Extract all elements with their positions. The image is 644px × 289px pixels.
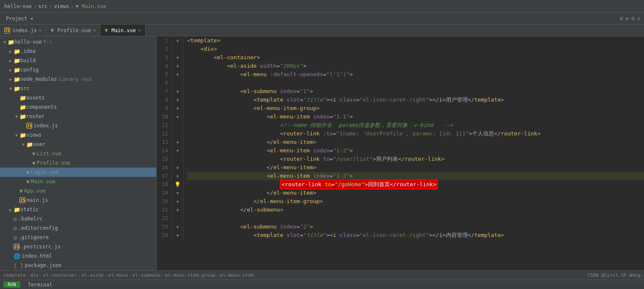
gutter-17: ▼: [172, 172, 183, 180]
tab-index-js-label: index.js: [12, 28, 37, 33]
tree-item-components[interactable]: 📁 components: [0, 102, 156, 112]
tree-item-assets[interactable]: 📁 assets: [0, 93, 156, 102]
gutter-16: ▼: [172, 163, 183, 172]
fold-arrow-23[interactable]: ▼: [176, 225, 179, 229]
config-icon[interactable]: ⚙: [631, 15, 635, 22]
folder-icon-build: 📁: [14, 58, 20, 64]
fold-arrow-8[interactable]: ▼: [176, 98, 179, 102]
tree-item-views[interactable]: ▼ 📁 views: [0, 130, 156, 140]
tab-main-vue-close[interactable]: ✕: [138, 28, 141, 33]
fold-arrow-7[interactable]: ▼: [176, 89, 179, 94]
code-line-11: <!--name-传组件名 params传递参数，需要对象：v-bind -->: [187, 121, 644, 129]
fold-arrow-17[interactable]: ▼: [176, 174, 179, 179]
tree-item-src[interactable]: ▼ 📁 src: [0, 84, 156, 93]
tree-item-node-modules[interactable]: ▶ 📁 node_modules library root: [0, 74, 156, 84]
fold-arrow-9[interactable]: ▼: [176, 106, 179, 111]
code-area[interactable]: <template> <div> <el-container> <el-asid…: [184, 36, 644, 239]
tree-item-build[interactable]: ▶ 📁 build: [0, 56, 156, 65]
tree-label-static: static: [20, 206, 39, 212]
tree-item-main-vue-tree[interactable]: ▼ Main.vue: [0, 177, 156, 186]
tree-arrow-idea: ▶: [8, 49, 14, 54]
code-line-6: [187, 79, 644, 87]
breadcrumb-views[interactable]: views: [54, 3, 69, 9]
ln-15: 15: [158, 155, 168, 163]
tree-item-app-vue[interactable]: ▼ App.vue: [0, 186, 156, 195]
menu-project[interactable]: Project ▾: [3, 15, 36, 22]
tree-item-idea[interactable]: ▶ 📁 .idea: [0, 47, 156, 56]
tab-index-js[interactable]: JS index.js ✕: [0, 25, 46, 36]
folder-icon-config: 📁: [14, 67, 20, 73]
tree-label-src: src: [20, 85, 30, 91]
fold-arrow-3[interactable]: ▼: [176, 55, 179, 60]
vue-icon-profile: ▼: [50, 27, 54, 33]
sync-icon[interactable]: ⇄: [626, 15, 629, 22]
folder-icon-src: 📁: [14, 85, 20, 92]
tree-item-list-vue[interactable]: ▼ List.vue: [0, 149, 156, 158]
tree-item-login-vue[interactable]: ▼ Login.vue: [0, 168, 156, 177]
ln-7: 7: [158, 87, 168, 96]
tree-item-router-index[interactable]: JS index.js: [0, 121, 156, 130]
tree-arrow-static: ▶: [8, 207, 14, 212]
code-line-4: <el-aside width="200px">: [187, 62, 644, 70]
tab-main-vue[interactable]: ▼ Main.vue ✕: [100, 25, 145, 36]
tree-item-static[interactable]: ▶ 📁 static: [0, 205, 156, 214]
bb-el-container[interactable]: el-container: [43, 272, 77, 278]
fold-arrow-1[interactable]: ▼: [176, 39, 179, 43]
bottom-breadcrumb-bar: template › div › el-container › el-aside…: [0, 270, 644, 280]
tree-item-config[interactable]: ▶ 📁 config: [0, 65, 156, 74]
settings-icon[interactable]: ⚙: [620, 15, 623, 22]
fold-arrow-5[interactable]: ▼: [176, 72, 179, 77]
ln-16: 16: [158, 163, 168, 172]
tab-profile-vue[interactable]: ▼ Profile.vue ✕: [46, 25, 100, 36]
tree-item-babelrc[interactable]: ⚙ .babelrc: [0, 214, 156, 223]
fold-arrow-14[interactable]: ▼: [176, 149, 179, 153]
gutter-15: [172, 155, 183, 163]
breadcrumb-main-vue[interactable]: ▼ Main.vue: [76, 3, 106, 9]
tree-item-index-html[interactable]: 🌐 index.html: [0, 251, 156, 261]
expand-icon[interactable]: ↕: [637, 15, 641, 22]
tree-label-router-index: index.js: [33, 123, 58, 129]
tab-profile-vue-close[interactable]: ✕: [93, 28, 96, 33]
bb-el-menu[interactable]: el-menu: [108, 272, 128, 278]
tree-item-package-json[interactable]: { } package.json: [0, 261, 156, 270]
bb-el-menu-item[interactable]: el-menu-item: [220, 272, 254, 278]
tree-label-editorconfig: .editorconfig: [18, 225, 58, 231]
code-line-24: <template slot="title"><i class="el-icon…: [187, 231, 644, 239]
fold-arrow-24[interactable]: ▼: [176, 233, 179, 238]
tree-item-gitignore[interactable]: ⚙ .gitignore: [0, 233, 156, 242]
ln-20: 20: [158, 197, 168, 206]
breadcrumb-src[interactable]: src: [38, 3, 47, 9]
tree-item-postcssrc[interactable]: JS .postcssrc.js: [0, 242, 156, 251]
tree-item-router[interactable]: ▼ 📁 router: [0, 112, 156, 121]
bb-el-menu-item-group[interactable]: el-menu-item-group: [165, 272, 216, 278]
tree-label-postcssrc: .postcssrc.js: [21, 244, 61, 250]
tab-index-js-close[interactable]: ✕: [39, 28, 42, 33]
fold-arrow-20[interactable]: ▼: [176, 199, 179, 204]
fold-arrow-10[interactable]: ▼: [176, 115, 179, 119]
editor[interactable]: 1 2 3 4 5 6 7 8 9 10 11 12 13 14 15 16 1…: [157, 36, 644, 270]
breadcrumb-hello-vue[interactable]: hello-vue: [4, 3, 32, 9]
bb-template[interactable]: template: [3, 272, 26, 278]
tree-item-editorconfig[interactable]: ⚙ .editorconfig: [0, 223, 156, 233]
bb-el-aside[interactable]: el-aside: [81, 272, 104, 278]
fold-arrow-4[interactable]: ▼: [176, 64, 179, 69]
fold-arrow-21[interactable]: ▼: [176, 208, 179, 212]
fold-arrow-19[interactable]: ▼: [176, 191, 179, 195]
run-button[interactable]: RUN: [3, 281, 20, 288]
tree-item-user[interactable]: ▼ 📁 user: [0, 140, 156, 149]
tabs-bar: JS index.js ✕ ▼ Profile.vue ✕ ▼ Main.vue…: [0, 25, 644, 36]
tree-item-hello-vue[interactable]: ▼ 📁 hello-vue F:\: [0, 37, 156, 47]
tab-main-vue-label: Main.vue: [111, 28, 136, 33]
bb-el-submenu[interactable]: el-submenu: [133, 272, 160, 278]
tree-item-profile-vue-tree[interactable]: ▼ Profile.vue: [0, 158, 156, 168]
fold-arrow-16[interactable]: ▼: [176, 165, 179, 170]
bb-div[interactable]: div: [30, 272, 39, 278]
tree-label-app-vue: App.vue: [24, 188, 46, 194]
bulb-icon-18[interactable]: 💡: [174, 182, 181, 187]
code-line-23: <el-submenu index="2">: [187, 223, 644, 231]
gutter-4: ▼: [172, 62, 183, 70]
tree-item-main-js[interactable]: JS main.js: [0, 195, 156, 205]
fold-arrow-13[interactable]: ▼: [176, 140, 179, 145]
tree-arrow-user: ▼: [20, 142, 26, 147]
terminal-tab[interactable]: Terminal: [24, 281, 57, 289]
